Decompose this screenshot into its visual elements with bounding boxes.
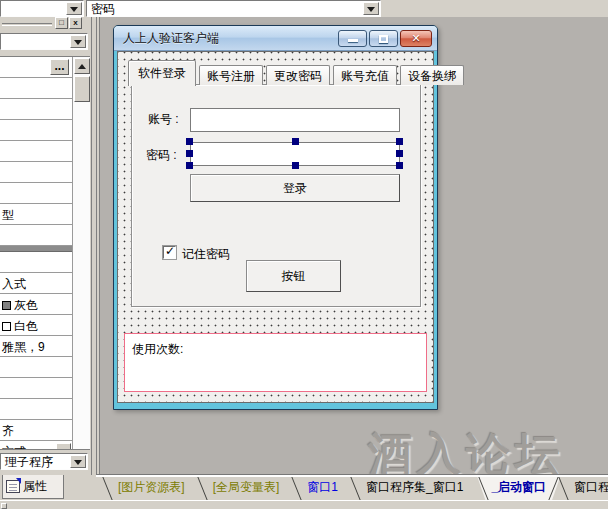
- resize-grip[interactable]: [1, 503, 7, 509]
- maximize-icon[interactable]: [369, 30, 398, 47]
- tab-properties[interactable]: 属性: [2, 475, 64, 499]
- statusbar: [0, 500, 608, 509]
- file-tab-窗口1[interactable]: 窗口1: [293, 477, 352, 500]
- event-handler-value: 理子程序: [5, 455, 53, 469]
- usage-count-label: 使用次数:: [132, 341, 183, 358]
- property-value: 雅黑，9: [2, 339, 45, 356]
- close-icon[interactable]: ✕: [400, 30, 432, 47]
- toolbar: 密码: [0, 0, 608, 17]
- file-tab-_启动窗口[interactable]: _启动窗口: [477, 477, 560, 500]
- generic-button[interactable]: 按钮: [246, 260, 341, 292]
- dropdown-arrow-icon[interactable]: [70, 455, 86, 468]
- color-swatch-icon: [2, 322, 11, 331]
- member-combo[interactable]: 密码: [86, 0, 381, 17]
- scroll-up-icon[interactable]: [74, 58, 90, 74]
- properties-tab-label: 属性: [23, 478, 47, 495]
- property-value: 型: [2, 207, 14, 224]
- account-input[interactable]: [190, 108, 400, 132]
- member-combo-value: 密码: [91, 2, 115, 16]
- dropdown-arrow-icon[interactable]: [70, 35, 86, 48]
- color-swatch-icon: [2, 301, 11, 310]
- selection-handle[interactable]: [292, 138, 299, 145]
- file-tabbar: [图片资源表][全局变量表]窗口1窗口程序集_窗口1_启动窗口窗口程序集_启: [96, 477, 608, 500]
- account-label: 账号 :: [148, 111, 179, 128]
- dialog-tab-账号注册[interactable]: 账号注册: [199, 65, 263, 85]
- restore-icon[interactable]: □: [55, 17, 68, 29]
- property-value: 灰色: [2, 297, 38, 314]
- designed-dialog[interactable]: 人上人验证客户端 ✕ 软件登录账号注册更改密码账号充值设备换绑 账号 : 密码 …: [113, 25, 438, 410]
- dialog-titlebar[interactable]: 人上人验证客户端 ✕: [114, 26, 437, 51]
- object-combo[interactable]: [0, 0, 84, 17]
- scrollbar[interactable]: [72, 57, 90, 449]
- panel-grip[interactable]: [2, 23, 52, 26]
- login-button[interactable]: 登录: [190, 174, 400, 202]
- component-combo[interactable]: [0, 33, 88, 50]
- dialog-client-area: 软件登录账号注册更改密码账号充值设备换绑 账号 : 密码 : 登录 ✓ 记住密码…: [117, 51, 434, 403]
- property-value: 白色: [2, 318, 38, 335]
- dropdown-arrow-icon[interactable]: [363, 2, 379, 15]
- selection-handle[interactable]: [186, 162, 193, 169]
- selection-handle[interactable]: [292, 162, 299, 169]
- close-icon[interactable]: x: [69, 17, 82, 29]
- tab-page: 账号 : 密码 : 登录 ✓ 记住密码 按钮: [131, 84, 421, 307]
- file-tab-窗口程序集_启[interactable]: 窗口程序集_启: [560, 477, 608, 500]
- remember-password-label: 记住密码: [182, 246, 230, 263]
- property-panel: □ x ...型入式灰色白色雅黑，9齐方式 理子程序: [0, 17, 96, 475]
- password-label: 密码 :: [146, 147, 177, 164]
- selection-handle[interactable]: [396, 150, 403, 157]
- dropdown-arrow-icon[interactable]: [66, 2, 82, 15]
- minimize-icon[interactable]: [338, 30, 367, 47]
- dialog-tab-设备换绑[interactable]: 设备换绑: [400, 65, 464, 85]
- forum-watermark: 酒入论坛: [368, 425, 564, 474]
- file-tab-[图片资源表][interactable]: [图片资源表]: [104, 477, 199, 500]
- property-value: 方式: [2, 444, 26, 450]
- dialog-tab-strip: 软件登录账号注册更改密码账号充值设备换绑: [128, 60, 467, 85]
- dialog-tab-账号充值[interactable]: 账号充值: [333, 65, 397, 85]
- property-value: 齐: [2, 423, 14, 440]
- event-handler-combo[interactable]: 理子程序: [0, 453, 88, 470]
- designer-canvas: 人上人验证客户端 ✕ 软件登录账号注册更改密码账号充值设备换绑 账号 : 密码 …: [100, 17, 608, 474]
- ide-window: 密码 □ x ...型入式灰色白色雅黑，9齐方式 理子程序 属性: [0, 0, 608, 509]
- dropdown-arrow-icon[interactable]: [56, 443, 71, 450]
- selection-handle[interactable]: [186, 150, 193, 157]
- dialog-tab-软件登录[interactable]: 软件登录: [128, 60, 196, 86]
- dialog-title: 人上人验证客户端: [123, 30, 219, 47]
- scrollbar-thumb[interactable]: [74, 76, 90, 102]
- dialog-tab-更改密码[interactable]: 更改密码: [266, 65, 330, 85]
- properties-sheet-icon: [6, 480, 20, 493]
- file-tab-[全局变量表][interactable]: [全局变量表]: [199, 477, 294, 500]
- property-grid[interactable]: ...型入式灰色白色雅黑，9齐方式: [0, 56, 90, 450]
- remember-password-checkbox[interactable]: ✓: [163, 246, 176, 259]
- usage-count-box[interactable]: 使用次数:: [124, 333, 427, 392]
- selection-handle[interactable]: [396, 138, 403, 145]
- selection-handle[interactable]: [396, 162, 403, 169]
- file-tab-窗口程序集_窗口1[interactable]: 窗口程序集_窗口1: [352, 477, 477, 500]
- checkmark-icon: ✓: [165, 244, 175, 258]
- selection-handle[interactable]: [186, 138, 193, 145]
- property-value: 入式: [2, 276, 26, 293]
- ellipsis-icon[interactable]: ...: [50, 59, 69, 75]
